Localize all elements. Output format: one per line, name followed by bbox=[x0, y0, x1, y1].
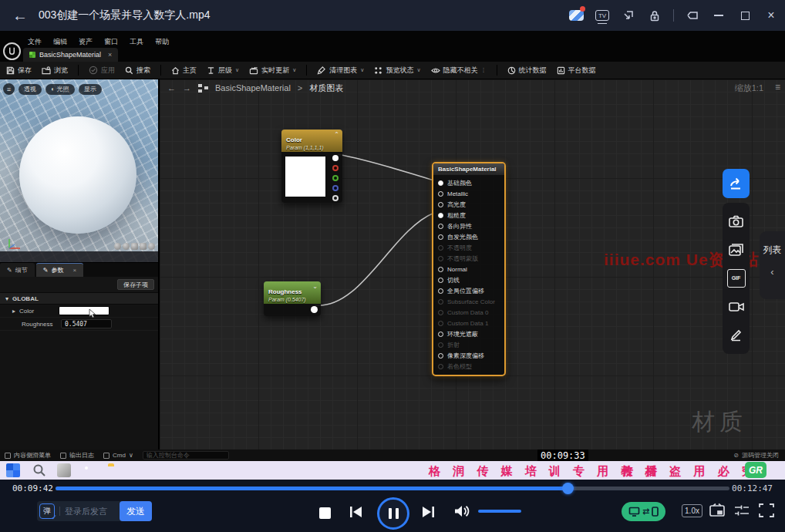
annotate-pen-icon[interactable] bbox=[727, 326, 746, 345]
menu-file[interactable]: 文件 bbox=[28, 37, 42, 47]
pause-button[interactable] bbox=[377, 497, 409, 530]
unreal-logo[interactable] bbox=[3, 42, 21, 60]
plane-shape-button[interactable] bbox=[131, 243, 138, 250]
stop-button[interactable] bbox=[319, 507, 331, 519]
next-button[interactable] bbox=[421, 505, 436, 519]
cast-screen-icon[interactable] bbox=[621, 8, 636, 23]
menu-asset[interactable]: 资产 bbox=[79, 37, 93, 47]
pin-tangent[interactable]: 切线 bbox=[433, 274, 504, 285]
seek-bar[interactable] bbox=[56, 487, 729, 490]
pin-specular[interactable]: 高光度 bbox=[433, 199, 504, 210]
color-node-swatch[interactable] bbox=[285, 157, 325, 197]
danmaku-icon[interactable]: 弹 ✓ bbox=[39, 503, 55, 519]
lit-mode-button[interactable]: ◐光照 bbox=[45, 84, 75, 95]
material-graph[interactable]: ← → BasicShapeMaterial > 材质图表 缩放1:1 ≡ Co… bbox=[158, 79, 785, 450]
hierarchy-button[interactable]: 层级∨ bbox=[207, 66, 239, 76]
pin-base-color[interactable]: 基础颜色 bbox=[433, 177, 504, 188]
g-output-pin[interactable] bbox=[332, 175, 339, 181]
color-node[interactable]: Color Param (1,1,1,1) ⌃ bbox=[281, 130, 342, 203]
pin-world-position-offset[interactable]: 全局位置偏移 bbox=[433, 285, 504, 296]
pin-anisotropy[interactable]: 各向异性 bbox=[433, 221, 504, 231]
pin-roughness[interactable]: 粗糙度 bbox=[433, 210, 504, 221]
previous-button[interactable] bbox=[349, 505, 363, 519]
share-button[interactable] bbox=[723, 169, 750, 198]
lock-icon[interactable] bbox=[647, 8, 662, 23]
cmd-selector[interactable]: Cmd ∨ bbox=[103, 452, 133, 459]
output-log-button[interactable]: 输出日志 bbox=[60, 451, 94, 460]
pin-normal[interactable]: Normal bbox=[433, 264, 504, 274]
settings-sliders-icon[interactable] bbox=[733, 503, 750, 518]
playlist-tab[interactable]: 列表 ‹ bbox=[760, 231, 785, 299]
cube-shape-button[interactable] bbox=[140, 243, 147, 250]
fullscreen-icon[interactable] bbox=[758, 503, 775, 518]
pin-metallic[interactable]: Metallic bbox=[433, 188, 504, 199]
back-icon[interactable]: ← bbox=[12, 7, 34, 25]
graph-menu-icon[interactable]: ≡ bbox=[775, 82, 780, 93]
app-logo-icon[interactable] bbox=[568, 8, 584, 23]
screenshot-icon[interactable] bbox=[727, 241, 746, 259]
source-control-status[interactable]: ⊘ 源码管理关闭 bbox=[733, 451, 779, 460]
tab-parameters[interactable]: ✎参数 × bbox=[36, 263, 83, 277]
perspective-button[interactable]: 透视 bbox=[19, 84, 42, 95]
platform-stats-button[interactable]: 平台数据 bbox=[557, 66, 596, 76]
expand-right-icon[interactable]: ▸ bbox=[12, 308, 15, 315]
graph-forward-icon[interactable]: → bbox=[183, 83, 191, 93]
sphere-shape-button[interactable] bbox=[123, 243, 130, 250]
preview-viewport[interactable]: ≡ 透视 ◐光照 显示 bbox=[0, 79, 158, 262]
roughness-node[interactable]: Roughness Param (0.5407) ⌄ bbox=[264, 281, 321, 316]
cylinder-shape-button[interactable] bbox=[114, 243, 121, 250]
menu-window[interactable]: 窗口 bbox=[104, 37, 118, 47]
taskbar-search-icon[interactable] bbox=[32, 463, 46, 477]
viewport-menu-icon[interactable]: ≡ bbox=[3, 83, 15, 95]
roughness-value-field[interactable] bbox=[61, 319, 112, 328]
content-drawer-button[interactable]: 内容侧滑菜单 bbox=[5, 451, 51, 460]
menu-help[interactable]: 帮助 bbox=[155, 37, 169, 47]
pin-to-side-icon[interactable] bbox=[685, 8, 700, 23]
stats-button[interactable]: 统计数据 bbox=[507, 66, 547, 76]
volume-icon[interactable] bbox=[453, 504, 470, 518]
taskbar-app-icon[interactable] bbox=[57, 463, 71, 477]
preview-state-button[interactable]: 预览状态∨ bbox=[374, 66, 420, 76]
roughness-output-pin[interactable] bbox=[311, 306, 318, 313]
r-output-pin[interactable] bbox=[332, 165, 339, 171]
clean-graph-button[interactable]: 清理图表∨ bbox=[317, 66, 364, 76]
teapot-shape-button[interactable] bbox=[148, 243, 155, 250]
minimize-button[interactable] bbox=[711, 8, 726, 23]
tab-details[interactable]: ✎细节 bbox=[0, 263, 35, 277]
color-swatch[interactable] bbox=[59, 306, 109, 315]
console-input[interactable] bbox=[143, 451, 229, 460]
section-global[interactable]: ▾ GLOBAL bbox=[0, 292, 158, 305]
playback-speed-button[interactable]: 1.0x bbox=[682, 504, 702, 517]
live-update-button[interactable]: 实时更新∨ bbox=[249, 66, 296, 76]
pin-ambient-occlusion[interactable]: 环境光遮蔽 bbox=[433, 328, 504, 339]
tv-icon[interactable]: TV bbox=[595, 8, 610, 23]
pin-pixel-depth-offset[interactable]: 像素深度偏移 bbox=[433, 350, 504, 361]
rgba-output-pin[interactable] bbox=[332, 155, 339, 161]
device-sync-toggle[interactable]: ⇄ bbox=[622, 502, 665, 521]
start-menu-icon[interactable] bbox=[6, 463, 20, 477]
camera-icon[interactable] bbox=[727, 212, 746, 231]
show-button[interactable]: 显示 bbox=[79, 84, 102, 95]
save-button[interactable]: 保存 bbox=[6, 66, 32, 76]
menu-tools[interactable]: 工具 bbox=[130, 37, 143, 47]
send-button[interactable]: 发送 bbox=[120, 501, 152, 521]
mini-player-icon[interactable] bbox=[709, 503, 726, 518]
danmaku-input[interactable] bbox=[59, 507, 120, 516]
video-frame[interactable]: 文件 编辑 资产 窗口 工具 帮助 BasicShapeMaterial × 保… bbox=[0, 31, 785, 461]
a-output-pin[interactable] bbox=[332, 195, 339, 201]
record-video-icon[interactable] bbox=[727, 298, 746, 316]
save-children-button[interactable]: 保存子项 bbox=[117, 279, 154, 290]
material-result-node[interactable]: BasicShapeMaterial 基础颜色 Metallic 高光度 粗糙度… bbox=[432, 162, 506, 376]
volume-slider[interactable] bbox=[478, 510, 521, 513]
gif-icon[interactable]: GIF bbox=[727, 269, 746, 288]
search-button[interactable]: 搜索 bbox=[125, 66, 150, 76]
browse-button[interactable]: 浏览 bbox=[42, 66, 68, 76]
close-button[interactable]: × bbox=[763, 8, 779, 23]
home-button[interactable]: 主页 bbox=[171, 66, 197, 76]
menu-edit[interactable]: 编辑 bbox=[53, 37, 67, 47]
pin-emissive[interactable]: 自发光颜色 bbox=[433, 231, 504, 242]
collapse-down-icon[interactable]: ⌄ bbox=[312, 283, 318, 290]
hide-unrelated-button[interactable]: 隐藏不相关⋮ bbox=[431, 66, 487, 76]
breadcrumb-root[interactable]: BasicShapeMaterial bbox=[215, 83, 291, 93]
tab-close-icon[interactable]: × bbox=[108, 51, 112, 59]
